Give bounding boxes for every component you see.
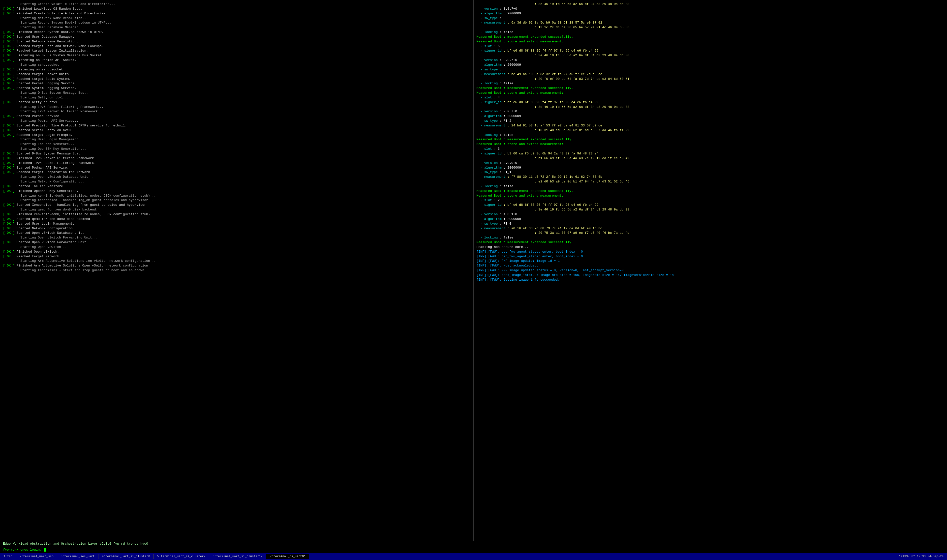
right-line: [INF]:[FWU]: get_fwu_agent_state: enter,… bbox=[477, 254, 944, 259]
left-line: [ OK ] Listening on Podman API Socket. bbox=[3, 58, 470, 63]
left-line: [ OK ] Reached target Preparation for Ne… bbox=[3, 170, 470, 175]
left-line: [ OK ] Finished Load/Save OS Random Seed… bbox=[3, 7, 470, 11]
tab-item-2[interactable]: 3:terminal_sec_uart bbox=[57, 554, 99, 559]
left-line: [ OK ] Finished OpenSSH Key Generation. bbox=[3, 189, 470, 194]
left-line: Starting User Login Management... bbox=[3, 137, 470, 142]
left-line: [ OK ] Started Precision Time Protocol (… bbox=[3, 123, 470, 128]
right-line: [INF]: [FWU]: Host acknowledged. bbox=[477, 263, 944, 268]
right-line: - algorithm : 2000009 bbox=[477, 166, 944, 170]
right-line: Measured Boot : measurement extended suc… bbox=[477, 86, 944, 91]
left-line: [ OK ] Reached target Network. bbox=[3, 254, 470, 259]
left-line: [ OK ] Started Getty on tty1. bbox=[3, 100, 470, 105]
left-line: Starting Open vSwitch Forwarding Unit... bbox=[3, 235, 470, 240]
right-line: [INF]:[FWU]: pack_image_info:207 ImageIn… bbox=[477, 273, 944, 278]
right-line: Measured Boot : measurement extended suc… bbox=[477, 137, 944, 142]
left-line: Starting Xendomains - start and stop gue… bbox=[3, 268, 470, 273]
right-line: [INF]: [FWU]: Getting image info succeed… bbox=[477, 278, 944, 282]
left-line: [ OK ] Finished Record System Boot/Shutd… bbox=[3, 30, 470, 35]
cursor[interactable] bbox=[44, 548, 46, 552]
right-line: - measurement : f7 88 30 11 a5 72 2f 5c … bbox=[477, 175, 944, 180]
right-line: - measurement : a0 16 af 33 7c 68 79 7c … bbox=[477, 226, 944, 231]
left-line: [ OK ] Started The Xen xenstore. bbox=[3, 184, 470, 189]
left-line: [ OK ] Started Network Name Resolution. bbox=[3, 39, 470, 44]
right-line: - measurement : 6a 3d db 02 8a 5c b9 0a … bbox=[477, 21, 944, 25]
right-line: - signer_id : bf e6 d8 6f 88 26 f4 ff 97… bbox=[477, 203, 944, 208]
left-line: Starting IPv6 Packet Filtering Framework… bbox=[3, 105, 470, 109]
right-line: : 13 1c 2c dc ba 36 65 be 57 9a 01 4c 46… bbox=[477, 25, 944, 30]
left-line: [ OK ] Finished Open vSwitch. bbox=[3, 250, 470, 254]
left-line: Starting Open vSwitch Database Unit... bbox=[3, 175, 470, 180]
tab-item-0[interactable]: 1:zsh bbox=[0, 554, 16, 559]
right-line: - version : 0.0.7+0 bbox=[477, 58, 944, 63]
left-line: Starting IPv4 Packet Filtering Framework… bbox=[3, 109, 470, 114]
right-line: - sw_type : RT_2 bbox=[477, 119, 944, 123]
left-line: [ OK ] Finished IPv4 Packet Filtering Fr… bbox=[3, 161, 470, 166]
right-line: - sw_type : bbox=[477, 16, 944, 21]
left-line: Starting Record System Boot/Shutdown in … bbox=[3, 21, 470, 25]
right-line: - version : 0.0.7+0 bbox=[477, 7, 944, 11]
right-line: - locking : false bbox=[477, 133, 944, 138]
tab-item-4[interactable]: 5:terminal_uart_si_cluster2 bbox=[154, 554, 209, 559]
left-line: Starting Create Volatile Files and Direc… bbox=[3, 2, 470, 7]
right-line: Measured Boot : measurement extended suc… bbox=[477, 240, 944, 245]
left-line: Starting User Database Manager... bbox=[3, 25, 470, 30]
left-line: [ OK ] Reached target Login Prompts. bbox=[3, 133, 470, 138]
left-line: Starting D-Bus System Message Bus... bbox=[3, 91, 470, 95]
right-line: : 3e 46 19 fc 56 5d a2 6a df 34 c3 29 48… bbox=[477, 105, 944, 109]
right-line: - locking : false bbox=[477, 235, 944, 240]
right-line: Measured Boot : store and extend measure… bbox=[477, 142, 944, 147]
left-line: Starting OpenSSH Key Generation... bbox=[3, 147, 470, 151]
right-line: - locking : false bbox=[477, 30, 944, 35]
tab-item-3[interactable]: 4:terminal_uart_si_cluster0 bbox=[99, 554, 154, 559]
right-line: [INF]:[FWU]: FMP image update: status = … bbox=[477, 268, 944, 273]
left-line: Starting xen-init-dom0, initialise… node… bbox=[3, 194, 470, 198]
right-line: - algorithm : 2000009 bbox=[477, 217, 944, 222]
left-line: [ OK ] Started qemu for xen dom0 disk ba… bbox=[3, 217, 470, 222]
left-line: [ OK ] Finished Arm Automotive Solutions… bbox=[3, 263, 470, 268]
right-line: - algorithm : 2000009 bbox=[477, 63, 944, 68]
right-line: : 3e 46 19 fc 56 5d a2 6a df 34 c3 29 48… bbox=[477, 53, 944, 58]
left-line: [ OK ] Started Xenconsled - handles log_… bbox=[3, 203, 470, 208]
prompt-line[interactable]: fvp-rd-kronos login: bbox=[0, 547, 947, 553]
right-line: - sw_type : RT_1 bbox=[477, 170, 944, 175]
right-line: - sw_type : bbox=[477, 68, 944, 72]
right-line: - locking : false bbox=[477, 81, 944, 86]
tab-item-1[interactable]: 2:terminal_uart_scp bbox=[16, 554, 57, 559]
right-line: - measurement : be 49 ba 10 8a 8c 32 2f … bbox=[477, 72, 944, 77]
right-line: - algorithm : 2000009 bbox=[477, 11, 944, 16]
right-line: - signer_id : bf e6 d8 6f 88 26 f4 ff 97… bbox=[477, 49, 944, 53]
right-pane: : 3e 46 19 fc 56 5d a2 6a df 34 c3 29 48… bbox=[474, 0, 947, 541]
left-line: [ OK ] Started D-Bus System Message Bus. bbox=[3, 151, 470, 156]
left-line: Starting Open vSwitch... bbox=[3, 245, 470, 250]
left-line: [ OK ] Reached target Basic System. bbox=[3, 77, 470, 82]
right-line: - signer_id : b3 60 ca f5 c9 8c 6b 94 2a… bbox=[477, 151, 944, 156]
left-line: [ OK ] Started Network Configuration. bbox=[3, 226, 470, 231]
tab-item-5[interactable]: 6:terminal_uart_si_cluster1- bbox=[209, 554, 266, 559]
left-line: Starting The Xen xenstore... bbox=[3, 142, 470, 147]
right-line: - slot : 5 bbox=[477, 44, 944, 49]
left-line: [ OK ] Started Kernel Logging Service. bbox=[3, 81, 470, 86]
left-line: [ OK ] Started Serial Getty on hvc0. bbox=[3, 128, 470, 133]
left-line: Starting sshd.socket... bbox=[3, 63, 470, 68]
left-line: Starting Network Configuration... bbox=[3, 180, 470, 184]
right-line: - locking : false bbox=[477, 184, 944, 189]
left-line: [ OK ] Started Parsec Service. bbox=[3, 114, 470, 119]
right-line: : 3e 46 19 fc 56 5d a2 6a df 34 c3 29 48… bbox=[477, 208, 944, 212]
right-line: : 3e 46 19 fc 56 5d a2 6a df 34 c3 29 48… bbox=[477, 2, 944, 7]
left-line: [ OK ] Started Open vSwitch Database Uni… bbox=[3, 231, 470, 235]
right-line: - version : 1.8.1+0 bbox=[477, 212, 944, 217]
left-line: [ OK ] Started System Logging Service. bbox=[3, 86, 470, 91]
terminal-body: Starting Create Volatile Files and Direc… bbox=[0, 0, 947, 541]
left-line: [ OK ] Started Podman API Service. bbox=[3, 166, 470, 170]
tab-right-info: "e133758" 17:33 04-Sep-24 bbox=[895, 554, 947, 559]
tab-bar: 1:zsh2:terminal_uart_scp3:terminal_sec_u… bbox=[0, 553, 947, 560]
right-line: - signer_id : bf e6 d8 6f 88 26 f4 ff 97… bbox=[477, 100, 944, 105]
left-line: Starting Network Name Resolution... bbox=[3, 16, 470, 21]
left-line: Starting Getty on tty1... bbox=[3, 95, 470, 100]
right-line: - measurement : 24 bd 91 b3 1d af 53 ff … bbox=[477, 123, 944, 128]
tab-item-6[interactable]: 7:terminal_ns_uart0* bbox=[266, 554, 309, 559]
right-line: - slot : 4 bbox=[477, 95, 944, 100]
left-line: [ OK ] Listening on D-Bus System Message… bbox=[3, 53, 470, 58]
edge-line: Edge Workload Abstraction and Orchestrat… bbox=[0, 541, 947, 547]
left-pane: Starting Create Volatile Files and Direc… bbox=[0, 0, 474, 541]
